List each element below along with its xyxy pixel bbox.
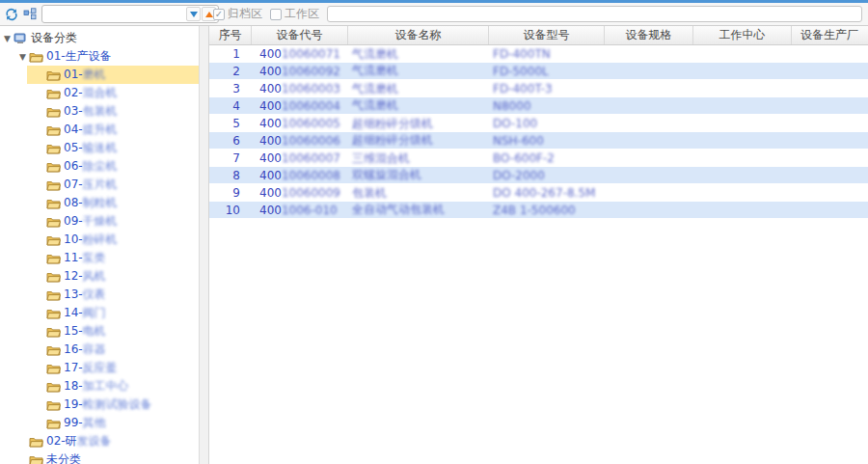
column-header[interactable]: 设备名称 bbox=[348, 26, 489, 44]
redacted-text: 其他 bbox=[83, 416, 106, 429]
work-center-cell bbox=[693, 132, 792, 149]
refresh-button[interactable] bbox=[5, 6, 18, 22]
tree-item[interactable]: 15-电机 bbox=[0, 322, 199, 341]
folder-icon bbox=[46, 123, 61, 136]
redacted-text: DO-2000 bbox=[493, 169, 545, 182]
tree-item[interactable]: 06-除尘机 bbox=[0, 157, 199, 176]
tree-search-input[interactable] bbox=[44, 7, 185, 21]
seq-cell: 4 bbox=[209, 97, 252, 114]
column-header[interactable]: 设备生产厂 bbox=[792, 26, 867, 44]
seq-cell: 2 bbox=[209, 63, 252, 79]
table-row[interactable]: 840010060008双螺旋混合机DO-2000 bbox=[209, 167, 868, 184]
folder-icon bbox=[46, 288, 61, 301]
work-center-cell bbox=[693, 150, 792, 167]
model-cell: FD-5000L bbox=[489, 63, 605, 79]
toolbar-spacer bbox=[199, 3, 209, 25]
redacted-text: 全自动气动包装机 bbox=[352, 202, 445, 218]
folder-icon bbox=[46, 197, 61, 209]
grid-filter-input[interactable] bbox=[327, 6, 862, 22]
tree-item[interactable]: 02-混合机 bbox=[0, 84, 199, 102]
redacted-text: BO-600F-2 bbox=[493, 151, 555, 165]
archive-area-checkbox[interactable]: ✓ bbox=[213, 9, 225, 20]
model-cell: Z4B 1-500600 bbox=[489, 202, 605, 218]
table-row[interactable]: 940010060009包装机DO 400-267-8.5M bbox=[209, 184, 868, 202]
archive-area-label: 归档区 bbox=[228, 6, 262, 22]
tree-item-label: 16-容器 bbox=[64, 341, 106, 358]
tree-root-item[interactable]: ▼ 设备分类 bbox=[0, 29, 199, 47]
tree-item[interactable]: 11-泵类 bbox=[0, 249, 199, 267]
tree-item[interactable]: 07-压片机 bbox=[0, 176, 199, 194]
redacted-text: 1006-010 bbox=[282, 204, 338, 217]
tree-item[interactable]: 08-制粒机 bbox=[0, 194, 199, 212]
table-row[interactable]: 540010060005超细粉碎分级机DO-100 bbox=[209, 115, 868, 132]
tree-item[interactable]: 16-容器 bbox=[0, 341, 199, 359]
toolbar: ✓ 归档区 工作区 bbox=[0, 3, 868, 26]
table-row[interactable]: 640010060006超细粉碎分级机NSH-600 bbox=[209, 132, 868, 150]
tree-item[interactable]: 12-风机 bbox=[0, 267, 199, 286]
spec-cell bbox=[605, 97, 693, 114]
toolbar-grid-section: ✓ 归档区 工作区 bbox=[209, 6, 868, 22]
tree-item[interactable]: 13-仪表 bbox=[0, 286, 199, 304]
tree-item-label: 14-阀门 bbox=[64, 305, 106, 321]
tree-item[interactable]: 19-检测试验设备 bbox=[0, 396, 199, 414]
tree-item[interactable]: 未分类 bbox=[0, 450, 199, 464]
tree-item[interactable]: 17-反应釜 bbox=[0, 359, 199, 377]
table-row[interactable]: 440010060004气流磨机N8000 bbox=[209, 97, 868, 115]
tree-item[interactable]: 99-其他 bbox=[0, 414, 199, 432]
redacted-text: 10060008 bbox=[282, 169, 340, 182]
table-row[interactable]: 140010060071气流磨机FD-400TN bbox=[209, 45, 868, 63]
column-header[interactable]: 设备代号 bbox=[252, 26, 348, 44]
table-row[interactable]: 240010060092气流磨机FD-5000L bbox=[209, 63, 868, 80]
tree-item[interactable]: 01-磨机 bbox=[0, 66, 199, 84]
tree-item-label: 08-制粒机 bbox=[64, 195, 118, 211]
tree-item[interactable]: 10-粉碎机 bbox=[0, 231, 199, 249]
manufacturer-cell bbox=[792, 115, 867, 132]
column-header[interactable]: 序号 bbox=[209, 26, 252, 44]
chevron-down-icon[interactable]: ▼ bbox=[4, 34, 14, 43]
tree-item[interactable]: 05-输送机 bbox=[0, 139, 199, 157]
redacted-text: 三维混合机 bbox=[352, 150, 410, 167]
table-row[interactable]: 340010060003气流磨机FD-400T-3 bbox=[209, 80, 868, 97]
folder-icon bbox=[46, 87, 61, 99]
tree-structure-icon[interactable] bbox=[23, 6, 37, 22]
manufacturer-cell bbox=[792, 150, 867, 167]
tree-item-label: 99-其他 bbox=[64, 415, 106, 431]
seq-cell: 8 bbox=[209, 167, 252, 183]
redacted-text: 提升机 bbox=[83, 123, 118, 136]
table-row[interactable]: 104001006-010全自动气动包装机Z4B 1-500600 bbox=[209, 202, 868, 219]
code-cell: 40010060004 bbox=[252, 97, 348, 114]
tree-item[interactable]: 09-干燥机 bbox=[0, 212, 199, 231]
column-header[interactable]: 设备型号 bbox=[489, 26, 605, 44]
redacted-text: 10060071 bbox=[282, 47, 340, 61]
seq-cell: 9 bbox=[209, 184, 252, 202]
tree-item[interactable]: 04-提升机 bbox=[0, 121, 199, 139]
folder-icon bbox=[46, 142, 61, 154]
column-header[interactable]: 工作中心 bbox=[693, 26, 792, 44]
tree-item-label: 19-检测试验设备 bbox=[64, 396, 152, 413]
panel-splitter[interactable] bbox=[199, 26, 209, 464]
tree-item-label: 未分类 bbox=[46, 451, 81, 464]
work-area-checkbox[interactable] bbox=[270, 9, 282, 20]
redacted-text: 10060003 bbox=[282, 82, 340, 96]
code-cell: 40010060092 bbox=[252, 63, 348, 79]
column-header[interactable]: 设备规格 bbox=[605, 26, 693, 44]
tree-item[interactable]: 03-包装机 bbox=[0, 102, 199, 121]
spec-cell bbox=[605, 115, 693, 132]
tree-item[interactable]: ▼01-生产设备 bbox=[0, 47, 199, 66]
redacted-text: 10060005 bbox=[282, 117, 340, 130]
tree-item-label: 12-风机 bbox=[64, 268, 106, 285]
spec-cell bbox=[605, 167, 693, 183]
chevron-down-icon[interactable]: ▼ bbox=[19, 52, 29, 62]
name-cell: 气流磨机 bbox=[348, 80, 489, 97]
model-cell: DO-100 bbox=[489, 115, 605, 132]
redacted-text: 风机 bbox=[83, 269, 106, 283]
folder-icon bbox=[46, 343, 61, 356]
folder-icon bbox=[29, 435, 43, 448]
table-row[interactable]: 740010060007三维混合机BO-600F-2 bbox=[209, 150, 868, 167]
redacted-text: 压片机 bbox=[83, 177, 118, 191]
tree-search-box bbox=[41, 5, 219, 23]
grid-header-row: 序号设备代号设备名称设备型号设备规格工作中心设备生产厂 bbox=[209, 26, 868, 45]
tree-item[interactable]: 18-加工中心 bbox=[0, 377, 199, 396]
tree-item[interactable]: 14-阀门 bbox=[0, 304, 199, 322]
tree-item[interactable]: 02-研发设备 bbox=[0, 432, 199, 450]
